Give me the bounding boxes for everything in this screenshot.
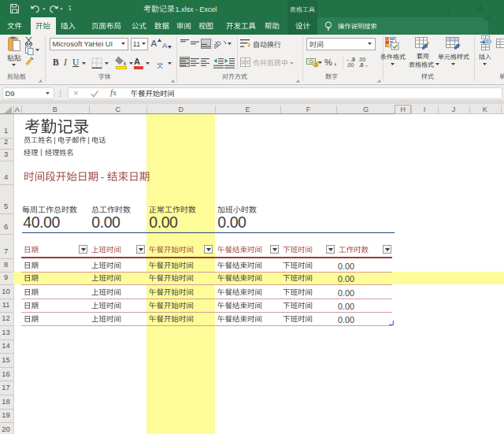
svg-text:ab: ab (214, 39, 223, 50)
